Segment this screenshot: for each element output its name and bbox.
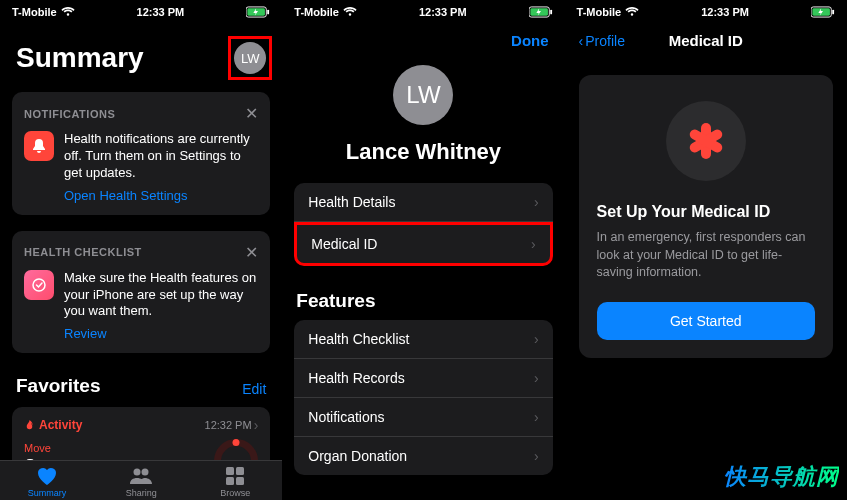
- card-text: Health notifications are currently off. …: [64, 131, 258, 182]
- status-bar: T-Mobile 12:33 PM: [0, 0, 282, 22]
- asterisk-icon: [685, 120, 727, 162]
- svg-rect-15: [832, 10, 834, 15]
- carrier-text: T-Mobile: [294, 6, 339, 18]
- battery-icon: [811, 6, 835, 18]
- tab-label: Summary: [28, 488, 67, 498]
- page-title: Summary: [16, 42, 144, 74]
- close-icon[interactable]: ✕: [245, 104, 258, 123]
- profile-avatar[interactable]: LW: [234, 42, 266, 74]
- privacy-title: Privacy: [282, 489, 564, 500]
- tab-label: Browse: [220, 488, 250, 498]
- medical-asterisk-badge: [666, 101, 746, 181]
- card-title: HEALTH CHECKLIST: [24, 246, 142, 258]
- review-link[interactable]: Review: [64, 326, 258, 341]
- screen-medical-id: T-Mobile 12:33 PM ‹ Profile Medical ID: [565, 0, 847, 500]
- svg-rect-6: [226, 467, 234, 475]
- back-label: Profile: [585, 33, 625, 49]
- row-label: Notifications: [308, 409, 384, 425]
- checklist-icon: [24, 270, 54, 300]
- status-bar: T-Mobile 12:33 PM: [282, 0, 564, 22]
- svg-rect-2: [268, 10, 270, 15]
- checklist-card: HEALTH CHECKLIST ✕ Make sure the Health …: [12, 231, 270, 354]
- status-time: 12:33 PM: [137, 6, 185, 18]
- chevron-right-icon: ›: [534, 409, 539, 425]
- row-health-records[interactable]: Health Records ›: [294, 359, 552, 398]
- move-label: Move: [24, 442, 56, 454]
- wifi-icon: [61, 7, 75, 17]
- flame-icon: [24, 420, 35, 431]
- row-health-checklist[interactable]: Health Checklist ›: [294, 320, 552, 359]
- svg-point-3: [33, 279, 45, 291]
- close-icon[interactable]: ✕: [245, 243, 258, 262]
- battery-icon: [246, 6, 270, 18]
- tab-sharing[interactable]: Sharing: [94, 465, 188, 498]
- card-text: Make sure the Health features on your iP…: [64, 270, 258, 321]
- screen-summary: T-Mobile 12:33 PM Summary LW NOTIFICATIO…: [0, 0, 282, 500]
- row-medical-id[interactable]: Medical ID ›: [294, 222, 552, 266]
- card-title: NOTIFICATIONS: [24, 108, 115, 120]
- people-icon: [129, 465, 153, 487]
- tab-browse[interactable]: Browse: [188, 465, 282, 498]
- watermark: 快马导航网: [724, 462, 839, 492]
- medical-id-description: In an emergency, first responders can lo…: [597, 229, 815, 282]
- row-organ-donation[interactable]: Organ Donation ›: [294, 437, 552, 475]
- status-time: 12:33 PM: [419, 6, 467, 18]
- activity-card[interactable]: Activity 12:32 PM › Move 0 cal: [12, 407, 270, 460]
- chevron-right-icon: ›: [534, 370, 539, 386]
- tab-summary[interactable]: Summary: [0, 465, 94, 498]
- done-button[interactable]: Done: [511, 32, 549, 49]
- heart-icon: [35, 465, 59, 487]
- features-title: Features: [282, 280, 564, 320]
- bell-icon: [24, 131, 54, 161]
- grid-icon: [223, 465, 247, 487]
- battery-icon: [529, 6, 553, 18]
- row-label: Medical ID: [311, 236, 377, 252]
- favorites-title: Favorites: [16, 375, 100, 397]
- activity-ring: [214, 439, 258, 460]
- medical-id-title: Set Up Your Medical ID: [597, 203, 771, 221]
- carrier-text: T-Mobile: [577, 6, 622, 18]
- tab-bar: Summary Sharing Browse: [0, 460, 282, 500]
- profile-avatar-large[interactable]: LW: [393, 65, 453, 125]
- row-notifications[interactable]: Notifications ›: [294, 398, 552, 437]
- status-bar: T-Mobile 12:33 PM: [565, 0, 847, 22]
- notifications-card: NOTIFICATIONS ✕ Health notifications are…: [12, 92, 270, 215]
- back-button[interactable]: ‹ Profile: [579, 33, 625, 49]
- chevron-right-icon: ›: [254, 417, 259, 433]
- row-label: Organ Donation: [308, 448, 407, 464]
- chevron-right-icon: ›: [531, 236, 536, 252]
- profile-name: Lance Whitney: [346, 139, 501, 165]
- svg-rect-9: [236, 477, 244, 485]
- svg-rect-8: [226, 477, 234, 485]
- edit-button[interactable]: Edit: [242, 381, 266, 397]
- open-settings-link[interactable]: Open Health Settings: [64, 188, 258, 203]
- chevron-right-icon: ›: [534, 448, 539, 464]
- carrier-text: T-Mobile: [12, 6, 57, 18]
- chevron-right-icon: ›: [534, 331, 539, 347]
- chevron-right-icon: ›: [534, 194, 539, 210]
- get-started-button[interactable]: Get Started: [597, 302, 815, 340]
- chevron-left-icon: ‹: [579, 33, 584, 49]
- svg-point-4: [134, 469, 141, 476]
- row-label: Health Records: [308, 370, 405, 386]
- screen-profile: T-Mobile 12:33 PM Done LW Lance Whitney …: [282, 0, 564, 500]
- row-health-details[interactable]: Health Details ›: [294, 183, 552, 222]
- svg-point-5: [142, 469, 149, 476]
- svg-rect-12: [550, 10, 552, 15]
- status-time: 12:33 PM: [701, 6, 749, 18]
- row-label: Health Checklist: [308, 331, 409, 347]
- activity-time: 12:32 PM: [205, 419, 252, 431]
- tab-label: Sharing: [126, 488, 157, 498]
- medical-id-card: Set Up Your Medical ID In an emergency, …: [579, 75, 833, 358]
- avatar-highlight: LW: [228, 36, 272, 80]
- row-label: Health Details: [308, 194, 395, 210]
- svg-rect-7: [236, 467, 244, 475]
- wifi-icon: [625, 7, 639, 17]
- wifi-icon: [343, 7, 357, 17]
- activity-label: Activity: [39, 418, 82, 432]
